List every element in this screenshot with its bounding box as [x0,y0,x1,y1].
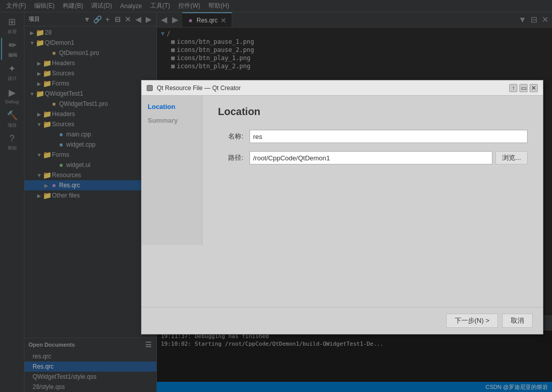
form-name-input[interactable] [250,130,528,143]
form-browse-button[interactable]: 浏览... [495,151,528,164]
dialog-restore-btn[interactable]: ▭ [519,84,528,92]
form-row-path: 路径: 浏览... [218,151,528,164]
dialog-spacer [142,245,543,307]
dialog-content: Location Summary Location 名称: 路径: 浏览... [142,96,543,245]
form-path-row: 浏览... [250,151,528,164]
dialog-sidebar: Location Summary [142,96,203,245]
dialog-section-title: Location [218,106,528,118]
dialog-titlebar: Qt Resource File — Qt Creator ↑ ▭ ✕ [142,80,543,96]
dialog-main: Location 名称: 路径: 浏览... [203,96,543,245]
form-path-label: 路径: [218,153,243,162]
dialog-sidebar-summary: Summary [144,114,200,127]
dialog: Qt Resource File — Qt Creator ↑ ▭ ✕ Loca… [141,80,543,334]
dialog-title: Qt Resource File — Qt Creator [157,85,241,92]
form-path-input[interactable] [250,151,492,164]
dialog-minimize-btn[interactable] [147,85,153,91]
dialog-cancel-button[interactable]: 取消 [502,314,533,328]
form-row-name: 名称: [218,130,528,143]
dialog-window-buttons: ↑ ▭ ✕ [509,84,538,92]
dialog-sidebar-location[interactable]: Location [144,100,200,114]
dialog-close-btn[interactable]: ✕ [530,84,538,92]
dialog-footer: 下一步(N) > 取消 [142,307,543,334]
dialog-next-button[interactable]: 下一步(N) > [446,314,498,328]
dialog-up-btn[interactable]: ↑ [509,84,517,92]
dialog-overlay: Qt Resource File — Qt Creator ↑ ▭ ✕ Loca… [0,0,552,392]
form-name-label: 名称: [218,132,243,141]
